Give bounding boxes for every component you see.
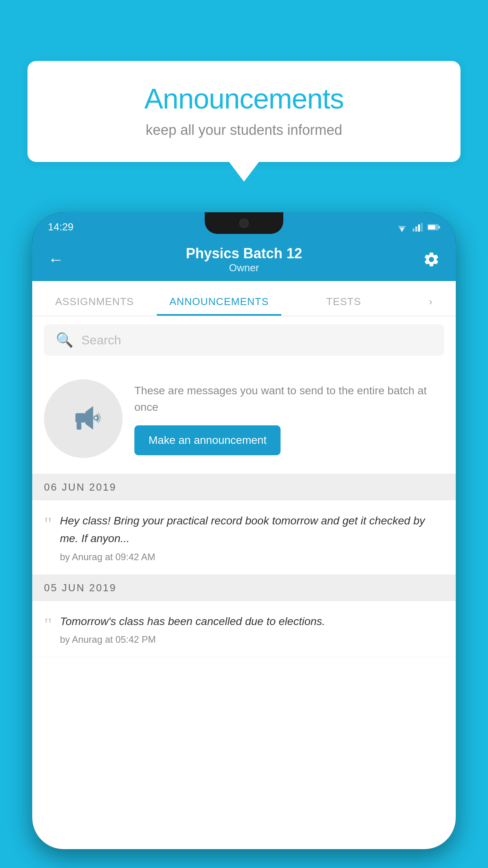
battery-icon [427, 224, 440, 231]
svg-point-3 [401, 230, 403, 232]
announcement-meta-2: by Anurag at 05:42 PM [60, 634, 444, 645]
app-bar: ← Physics Batch 12 Owner [32, 238, 456, 281]
announcement-meta-1: by Anurag at 09:42 AM [60, 552, 444, 563]
wifi-icon [396, 223, 408, 232]
prompt-description: These are messages you want to send to t… [134, 383, 444, 416]
svg-rect-4 [413, 228, 415, 232]
quote-icon-2: " [44, 615, 52, 634]
announcement-content-1: Hey class! Bring your practical record b… [60, 512, 444, 563]
svg-rect-12 [77, 423, 81, 430]
front-camera [239, 219, 249, 228]
app-bar-subtitle: Owner [72, 262, 416, 274]
status-time: 14:29 [48, 221, 73, 233]
svg-rect-6 [418, 224, 420, 232]
announcement-text-1: Hey class! Bring your practical record b… [60, 512, 444, 548]
svg-rect-5 [415, 226, 417, 232]
search-bar-container: 🔍 Search [32, 316, 456, 364]
speech-bubble-tail [229, 162, 259, 182]
search-placeholder: Search [81, 333, 121, 348]
app-bar-title-section: Physics Batch 12 Owner [72, 245, 416, 274]
megaphone-circle [44, 379, 123, 458]
date-divider-2: 05 JUN 2019 [32, 575, 456, 601]
tab-assignments[interactable]: ASSIGNMENTS [32, 296, 157, 316]
megaphone-svg [64, 398, 103, 438]
tab-more[interactable]: › [406, 296, 456, 316]
date-divider-1: 06 JUN 2019 [32, 474, 456, 500]
gear-icon [423, 251, 440, 268]
svg-rect-11 [75, 413, 85, 423]
tabs-bar: ASSIGNMENTS ANNOUNCEMENTS TESTS › [32, 281, 456, 316]
speech-bubble-card: Announcements keep all your students inf… [28, 61, 460, 162]
phone-device: 14:29 [32, 212, 456, 868]
back-button[interactable]: ← [48, 251, 72, 268]
signal-icon [413, 223, 423, 232]
announcement-item-2: " Tomorrow's class has been cancelled du… [32, 601, 456, 658]
announcement-content-2: Tomorrow's class has been cancelled due … [60, 613, 444, 645]
announcement-item-1: " Hey class! Bring your practical record… [32, 500, 456, 575]
speech-bubble-subtitle: keep all your students informed [51, 122, 437, 138]
tab-announcements[interactable]: ANNOUNCEMENTS [157, 296, 281, 316]
quote-icon-1: " [44, 514, 52, 534]
phone-screen: 🔍 Search [32, 316, 456, 849]
phone-body: 14:29 [32, 212, 456, 849]
announcement-text-2: Tomorrow's class has been cancelled due … [60, 613, 444, 631]
svg-rect-9 [428, 225, 435, 229]
svg-point-13 [94, 416, 98, 420]
svg-rect-7 [421, 223, 423, 232]
status-icons [396, 223, 440, 232]
search-icon: 🔍 [56, 332, 73, 348]
tab-tests[interactable]: TESTS [281, 296, 406, 316]
phone-notch [205, 212, 283, 234]
speech-bubble-title: Announcements [51, 83, 437, 115]
svg-rect-10 [438, 226, 440, 228]
speech-bubble-section: Announcements keep all your students inf… [28, 61, 460, 182]
announcement-prompt-card: These are messages you want to send to t… [32, 364, 456, 474]
announcement-prompt-text: These are messages you want to send to t… [134, 383, 444, 455]
settings-button[interactable] [416, 251, 440, 268]
megaphone-icon [64, 398, 103, 439]
make-announcement-button[interactable]: Make an announcement [134, 425, 281, 455]
app-bar-title: Physics Batch 12 [72, 245, 416, 262]
search-bar[interactable]: 🔍 Search [44, 324, 444, 356]
